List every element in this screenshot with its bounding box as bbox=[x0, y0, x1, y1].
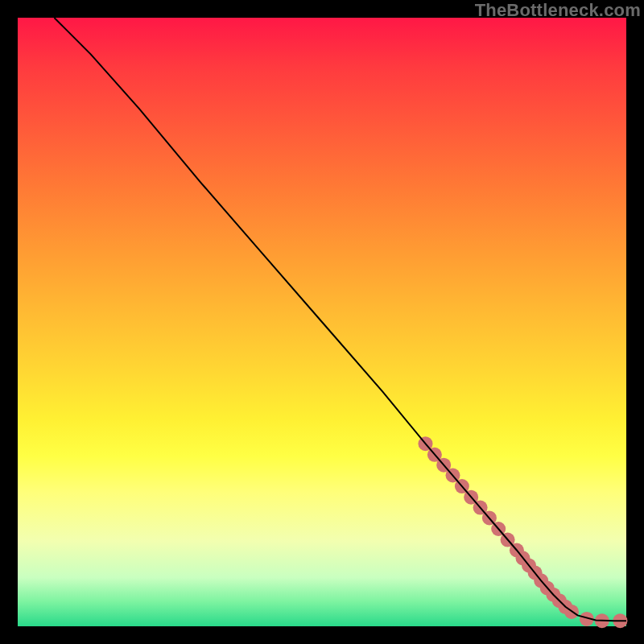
marker-group bbox=[419, 436, 628, 628]
curve-line bbox=[54, 18, 626, 621]
watermark-text: TheBottleneck.com bbox=[475, 0, 641, 21]
chart-svg bbox=[18, 18, 626, 626]
chart-frame: TheBottleneck.com bbox=[0, 0, 644, 644]
